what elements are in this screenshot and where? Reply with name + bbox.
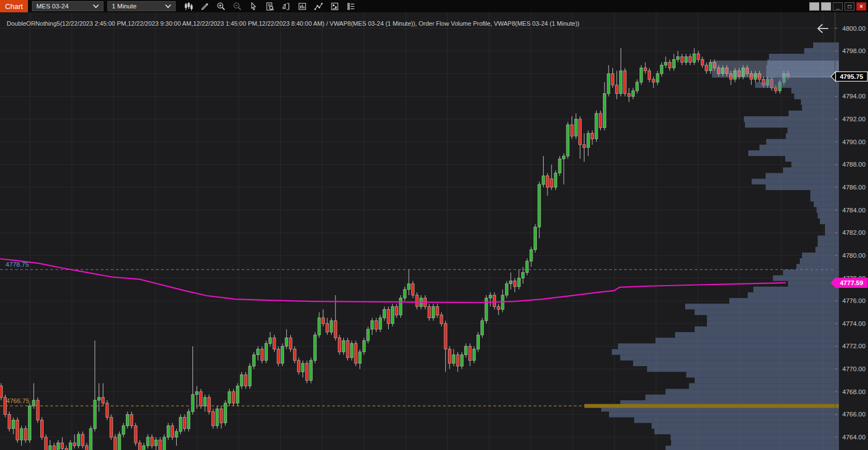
indicators-icon[interactable] xyxy=(297,1,308,12)
instrument-dropdown[interactable]: MES 03-24 xyxy=(32,1,103,11)
chevron-down-icon xyxy=(165,4,171,8)
price-axis-tick: 4776.00 xyxy=(842,297,866,304)
zoom-in-icon[interactable] xyxy=(216,1,227,12)
price-axis-tick: 4770.00 xyxy=(842,366,866,372)
price-axis-tick: 4790.00 xyxy=(842,139,866,145)
strategies-icon[interactable] xyxy=(329,1,340,12)
minimize-button[interactable]: _ xyxy=(833,2,843,11)
price-axis-tick: 4768.00 xyxy=(842,389,866,395)
chevron-down-icon xyxy=(93,4,99,8)
price-axis-tick: 4786.00 xyxy=(842,184,866,191)
instrument-link-button[interactable] xyxy=(809,2,819,11)
toolbar-icons xyxy=(183,1,356,12)
chart-tab[interactable]: Chart xyxy=(0,0,28,12)
chart-header-indicators: DoubleORNothing5(12/22/2023 2:45:00 PM,1… xyxy=(7,20,579,27)
price-tag: 4777.59 xyxy=(840,280,864,286)
drawing-objects-icon[interactable] xyxy=(313,1,324,12)
cursor-icon[interactable] xyxy=(248,1,259,12)
restore-button[interactable]: □ xyxy=(845,2,855,11)
zoom-out-icon[interactable] xyxy=(232,1,243,12)
price-axis-tick: 4794.00 xyxy=(842,93,866,100)
price-tag: 4795.75 xyxy=(840,73,864,80)
instrument-dropdown-value: MES 03-24 xyxy=(36,3,69,10)
chart-canvas[interactable]: 4800.004798.004796.004794.004792.004790.… xyxy=(0,12,868,450)
price-axis-tick: 4766.00 xyxy=(842,411,866,418)
price-axis-tick: 4774.00 xyxy=(842,320,866,327)
price-axis-tick: 4782.00 xyxy=(842,229,866,236)
draw-tools-icon[interactable] xyxy=(200,1,210,12)
candlestick-chart-icon[interactable] xyxy=(183,1,194,12)
price-axis-tick: 4780.00 xyxy=(842,252,866,259)
chart-trader-icon[interactable] xyxy=(281,1,291,12)
properties-icon[interactable] xyxy=(346,1,356,12)
interval-link-button[interactable] xyxy=(821,2,831,11)
price-axis-tick: 4764.00 xyxy=(842,434,866,440)
close-button[interactable]: × xyxy=(856,2,866,11)
blue-line-price-label: 4778.75 xyxy=(6,261,29,268)
window-controls: _ □ × xyxy=(809,2,866,11)
ninjatrader-chart-window: Chart MES 03-24 1 Minute xyxy=(0,0,868,450)
price-axis-tick: 4772.00 xyxy=(842,343,866,349)
data-series-icon[interactable] xyxy=(265,1,275,12)
price-axis-tick: 4792.00 xyxy=(842,116,866,122)
toolbar: Chart MES 03-24 1 Minute xyxy=(0,0,868,12)
interval-dropdown[interactable]: 1 Minute xyxy=(107,1,176,11)
price-axis-tick: 4788.00 xyxy=(842,161,866,168)
gold-line-price-label: 4766.75 xyxy=(6,397,30,404)
price-axis-tick: 4784.00 xyxy=(842,207,866,214)
interval-dropdown-value: 1 Minute xyxy=(112,3,136,10)
price-axis-tick: 4800.00 xyxy=(842,25,866,32)
price-axis-tick: 4798.00 xyxy=(842,48,866,54)
